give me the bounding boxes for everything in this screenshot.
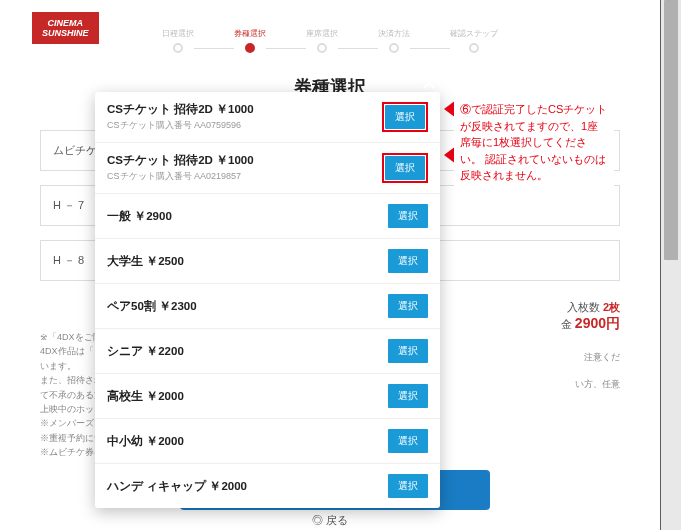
- ticket-name: 中小幼 ￥2000: [107, 434, 388, 449]
- ticket-name: ハンデ ィキャップ ￥2000: [107, 479, 388, 494]
- close-icon[interactable]: [418, 72, 440, 94]
- highlight-box: 選択: [382, 153, 428, 183]
- select-button[interactable]: 選択: [388, 429, 428, 453]
- select-button[interactable]: 選択: [388, 384, 428, 408]
- ticket-row: 大学生 ￥2500選択: [95, 239, 440, 284]
- modal-overlay: CSチケット 招待2D ￥1000CSチケット購入番号 AA0759596選択C…: [0, 0, 640, 530]
- ticket-row: ペア50割 ￥2300選択: [95, 284, 440, 329]
- ticket-row: 中小幼 ￥2000選択: [95, 419, 440, 464]
- scrollbar-thumb[interactable]: [664, 0, 678, 260]
- ticket-name: 大学生 ￥2500: [107, 254, 388, 269]
- ticket-name: CSチケット 招待2D ￥1000: [107, 153, 382, 168]
- ticket-row: シニア ￥2200選択: [95, 329, 440, 374]
- select-button[interactable]: 選択: [388, 249, 428, 273]
- select-button[interactable]: 選択: [388, 294, 428, 318]
- ticket-row: ハンデ ィキャップ ￥2000選択: [95, 464, 440, 508]
- ticket-name: ペア50割 ￥2300: [107, 299, 388, 314]
- select-button[interactable]: 選択: [385, 105, 425, 129]
- highlight-box: 選択: [382, 102, 428, 132]
- ticket-name: CSチケット 招待2D ￥1000: [107, 102, 382, 117]
- ticket-row: 一般 ￥2900選択: [95, 194, 440, 239]
- instruction-callout: ⑥で認証完了したCSチケットが反映されてますので、1座席毎に1枚選択してください…: [454, 95, 614, 190]
- ticket-subtext: CSチケット購入番号 AA0759596: [107, 119, 382, 132]
- scrollbar[interactable]: [661, 0, 681, 530]
- ticket-row: 高校生 ￥2000選択: [95, 374, 440, 419]
- ticket-name: 一般 ￥2900: [107, 209, 388, 224]
- ticket-subtext: CSチケット購入番号 AA0219857: [107, 170, 382, 183]
- select-button[interactable]: 選択: [388, 204, 428, 228]
- ticket-name: シニア ￥2200: [107, 344, 388, 359]
- ticket-name: 高校生 ￥2000: [107, 389, 388, 404]
- select-button[interactable]: 選択: [388, 339, 428, 363]
- ticket-row: CSチケット 招待2D ￥1000CSチケット購入番号 AA0759596選択: [95, 92, 440, 143]
- select-button[interactable]: 選択: [385, 156, 425, 180]
- ticket-row: CSチケット 招待2D ￥1000CSチケット購入番号 AA0219857選択: [95, 143, 440, 194]
- ticket-select-modal: CSチケット 招待2D ￥1000CSチケット購入番号 AA0759596選択C…: [95, 92, 440, 508]
- select-button[interactable]: 選択: [388, 474, 428, 498]
